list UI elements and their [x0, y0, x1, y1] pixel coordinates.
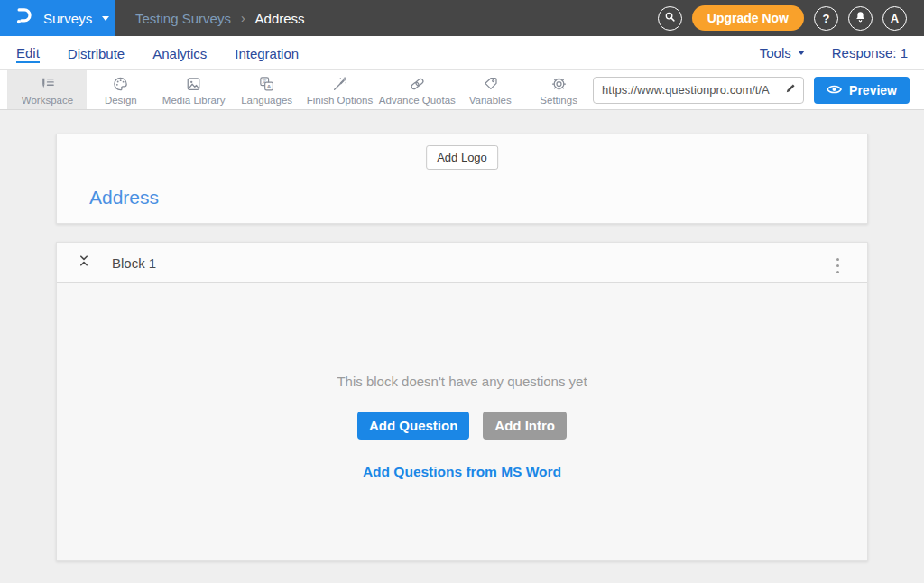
upgrade-now-button[interactable]: Upgrade Now [692, 5, 804, 31]
gear-icon [550, 75, 568, 93]
add-questions-from-ms-word-link[interactable]: Add Questions from MS Word [363, 464, 561, 480]
breadcrumb-current: Address [255, 11, 305, 26]
translate-icon: 文 A [257, 75, 276, 93]
tab-analytics[interactable]: Analytics [152, 44, 207, 62]
response-counter[interactable]: Response: 1 [832, 45, 908, 60]
toolbar-item-label: Workspace [22, 95, 73, 106]
palette-icon [111, 75, 130, 93]
toolbar-item-settings[interactable]: Settings [524, 70, 593, 109]
notifications-button[interactable] [848, 6, 873, 31]
magic-wand-icon [330, 75, 349, 93]
block-actions: Add Question Add Intro [357, 412, 567, 440]
tab-edit[interactable]: Edit [16, 43, 40, 63]
block-card: Block 1 This block doesn't have any ques… [56, 242, 868, 561]
chevrons-inward-icon [77, 253, 91, 273]
collapse-block-button[interactable] [77, 253, 91, 273]
breadcrumb: Testing Surveys › Address [135, 11, 305, 26]
nav-tab-bar: Edit Distribute Analytics Integration To… [0, 36, 924, 70]
workspace-pencil-list-icon [38, 75, 57, 93]
tabbar-right: Tools Response: 1 [760, 45, 908, 60]
product-switcher[interactable]: Surveys [0, 0, 116, 36]
toolbar-item-label: Media Library [162, 95, 226, 106]
avatar[interactable]: A [882, 6, 907, 31]
editor-toolbar: Workspace Design Media Library [0, 70, 924, 110]
toolbar-item-workspace[interactable]: Workspace [7, 70, 87, 109]
preview-button[interactable]: Preview [814, 77, 910, 104]
svg-text:A: A [267, 82, 272, 88]
toolbar-item-label: Advance Quotas [379, 95, 456, 106]
toolbar-item-media-library[interactable]: Media Library [155, 70, 233, 109]
tab-distribute[interactable]: Distribute [68, 44, 125, 62]
add-intro-button[interactable]: Add Intro [483, 412, 567, 440]
search-button[interactable] [658, 6, 682, 31]
toolbar-item-languages[interactable]: 文 A Languages [233, 70, 301, 109]
block-title[interactable]: Block 1 [112, 255, 156, 271]
breadcrumb-separator: › [241, 11, 245, 25]
survey-url-box [593, 77, 804, 104]
bell-icon [854, 10, 867, 26]
toolbar-item-label: Design [105, 95, 137, 106]
block-body: This block doesn't have any questions ye… [57, 283, 867, 560]
edit-url-button[interactable] [784, 81, 798, 98]
tools-menu[interactable]: Tools [760, 45, 805, 60]
block-menu-button[interactable] [832, 253, 845, 279]
top-bar: Surveys Testing Surveys › Address Upgrad… [0, 0, 924, 36]
preview-button-label: Preview [849, 83, 897, 97]
toolbar-right: Preview [593, 70, 924, 109]
image-icon [184, 75, 203, 93]
chain-links-icon [408, 75, 427, 93]
toolbar-item-finish-options[interactable]: Finish Options [301, 70, 379, 109]
questionpro-logo-icon [12, 5, 35, 32]
toolbar-item-variables[interactable]: Variables [456, 70, 524, 109]
toolbar-item-label: Finish Options [307, 95, 374, 106]
vertical-ellipsis-icon [836, 258, 840, 274]
topbar-actions: Upgrade Now ? A [658, 5, 924, 31]
breadcrumb-parent-link[interactable]: Testing Surveys [135, 11, 231, 26]
toolbar-item-label: Languages [241, 95, 292, 106]
block-empty-message: This block doesn't have any questions ye… [337, 374, 587, 389]
chevron-down-icon [798, 51, 805, 55]
tab-integration[interactable]: Integration [235, 44, 299, 62]
tools-menu-label: Tools [760, 45, 791, 60]
product-menu-label: Surveys [43, 11, 92, 26]
survey-title[interactable]: Address [89, 187, 159, 208]
add-question-button[interactable]: Add Question [357, 412, 469, 440]
block-header: Block 1 [57, 243, 867, 283]
survey-header-card: Add Logo Address [56, 134, 868, 224]
add-logo-button[interactable]: Add Logo [426, 145, 498, 170]
toolbar-item-label: Variables [469, 95, 512, 106]
toolbar-item-label: Settings [540, 95, 578, 106]
survey-url-input[interactable] [602, 83, 784, 97]
eye-icon [827, 83, 842, 97]
toolbar-item-design[interactable]: Design [87, 70, 155, 109]
search-icon [663, 10, 677, 26]
chevron-down-icon [102, 16, 109, 21]
help-button[interactable]: ? [814, 6, 838, 31]
toolbar-item-advance-quotas[interactable]: Advance Quotas [378, 70, 456, 109]
tag-icon [481, 75, 500, 93]
survey-editor-content: Add Logo Address Block 1 This block do [0, 110, 924, 561]
pencil-icon [784, 81, 798, 98]
